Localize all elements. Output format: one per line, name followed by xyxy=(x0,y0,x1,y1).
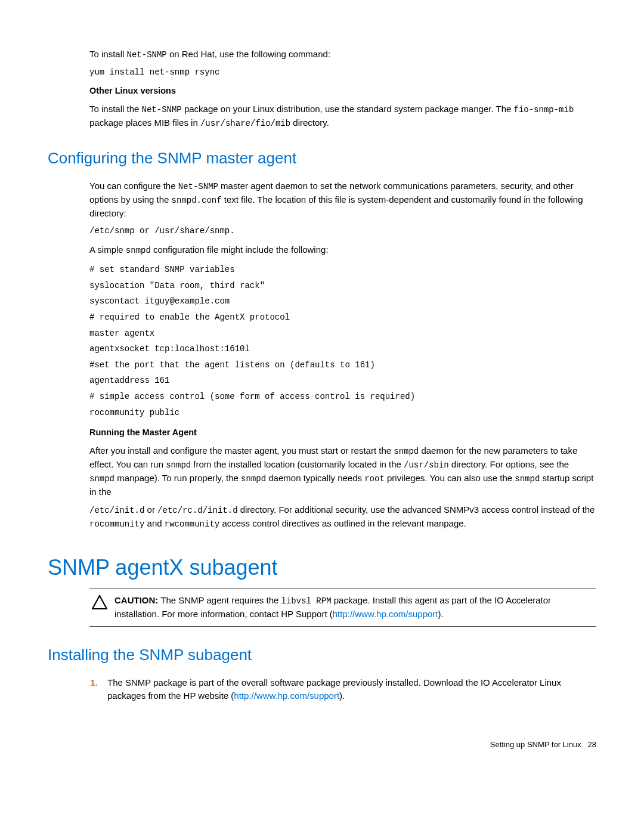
list-item-1: 1. The SNMP package is part of the overa… xyxy=(89,676,596,703)
list-text: The SNMP package is part of the overall … xyxy=(107,676,596,703)
caution-box: CAUTION: The SNMP agent requires the lib… xyxy=(89,589,596,627)
heading-installing-snmp-subagent: Installing the SNMP subagent xyxy=(48,643,596,667)
subheading-other-linux: Other Linux versions xyxy=(89,85,596,98)
page-footer: Setting up SNMP for Linux 28 xyxy=(48,739,596,751)
link-hp-support-1[interactable]: http://www.hp.com/support xyxy=(333,609,438,619)
subheading-running-master-agent: Running the Master Agent xyxy=(89,426,596,439)
caution-icon xyxy=(92,595,107,614)
code-net-snmp: Net-SNMP xyxy=(127,50,167,60)
heading-configuring-snmp: Configuring the SNMP master agent xyxy=(48,147,596,170)
paragraph-sec1-2: A simple snmpd configuration file might … xyxy=(89,243,596,257)
paragraph-sec1-3: After you install and configure the mast… xyxy=(89,444,596,499)
paragraph-intro-1: To install Net-SNMP on Red Hat, use the … xyxy=(89,48,596,61)
link-hp-support-2[interactable]: http://www.hp.com/support xyxy=(234,690,339,701)
code-block-snmpd-conf: # set standard SNMP variables syslocatio… xyxy=(89,262,596,420)
paragraph-sec1-4: /etc/init.d or /etc/rc.d/init.d director… xyxy=(89,503,596,531)
code-command-yum: yum install net-snmp rsync xyxy=(89,66,596,79)
paragraph-intro-2: To install the Net-SNMP package on your … xyxy=(89,103,596,130)
caution-label: CAUTION: xyxy=(114,595,158,605)
code-path-etc-snmp: /etc/snmp or /usr/share/snmp. xyxy=(89,225,596,237)
heading-snmp-agentx-subagent: SNMP agentX subagent xyxy=(48,552,596,584)
page-number: 28 xyxy=(588,740,596,749)
list-number: 1. xyxy=(89,676,98,703)
paragraph-sec1-1: You can configure the Net-SNMP master ag… xyxy=(89,179,596,221)
caution-text: CAUTION: The SNMP agent requires the lib… xyxy=(114,594,594,621)
